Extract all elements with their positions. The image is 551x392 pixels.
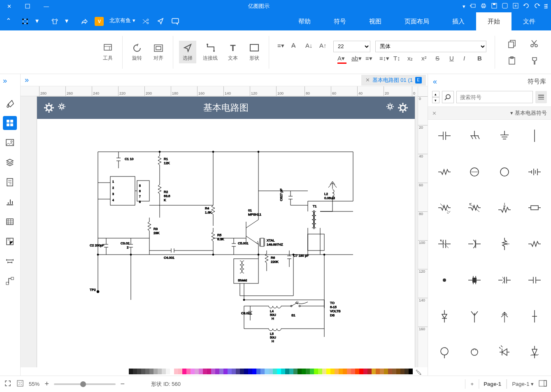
color-swatch[interactable]: [400, 369, 405, 374]
font-family-select[interactable]: 黑体: [375, 41, 486, 52]
color-swatch[interactable]: [392, 369, 396, 374]
text-button[interactable]: T文本: [224, 41, 242, 63]
color-swatch[interactable]: [376, 369, 380, 374]
superscript-icon[interactable]: x²: [421, 55, 430, 64]
copy-button[interactable]: [503, 36, 521, 51]
view-mode-icon[interactable]: [539, 380, 547, 388]
symbol-resistor-box[interactable]: [519, 193, 549, 222]
menu-file[interactable]: 文件: [511, 12, 547, 30]
color-swatch[interactable]: [359, 369, 363, 374]
floorplan-icon[interactable]: [3, 234, 17, 248]
color-swatch[interactable]: [380, 369, 384, 374]
color-swatch[interactable]: [372, 369, 376, 374]
redo-icon[interactable]: [523, 2, 530, 10]
italic-icon[interactable]: I: [463, 55, 472, 64]
symbol-group-header[interactable]: ▾ 基本电器符号 ✕: [428, 107, 551, 120]
color-swatch[interactable]: [178, 369, 182, 374]
color-swatch[interactable]: [326, 369, 330, 374]
color-swatch[interactable]: [330, 369, 335, 374]
color-swatch[interactable]: [195, 369, 199, 374]
symbol-ac-source[interactable]: [460, 158, 490, 186]
symbol-terminal[interactable]: [519, 302, 549, 331]
color-swatch[interactable]: [285, 369, 289, 374]
cursor-icon[interactable]: [156, 17, 165, 26]
color-swatch[interactable]: [149, 369, 153, 374]
symbol-battery[interactable]: [519, 158, 549, 186]
tools-button[interactable]: 工具: [99, 41, 116, 63]
layers-icon[interactable]: [3, 155, 17, 169]
minimize-button[interactable]: —: [37, 0, 56, 12]
color-swatch[interactable]: [145, 369, 149, 374]
color-swatch[interactable]: [166, 369, 170, 374]
symbol-feedthru-cap[interactable]: [460, 266, 490, 295]
color-swatch[interactable]: [133, 369, 137, 374]
color-swatch[interactable]: [339, 369, 343, 374]
color-swatch[interactable]: [232, 369, 236, 374]
color-swatch[interactable]: [265, 369, 269, 374]
color-swatch[interactable]: [277, 369, 281, 374]
doc-tab-close-icon[interactable]: ✕: [365, 77, 370, 83]
symbol-var-cap[interactable]: [430, 230, 460, 258]
collapse-ribbon-icon[interactable]: ⌃: [6, 17, 15, 26]
menu-help[interactable]: 帮助: [287, 12, 322, 30]
maximize-button[interactable]: [19, 0, 37, 12]
color-swatch[interactable]: [318, 369, 322, 374]
color-swatch[interactable]: [228, 369, 232, 374]
zoom-slider[interactable]: [54, 383, 116, 385]
color-swatch[interactable]: [215, 369, 219, 374]
color-swatch[interactable]: [289, 369, 293, 374]
color-swatch[interactable]: [355, 369, 359, 374]
connect-button[interactable]: 连接线: [200, 41, 220, 63]
right-collapse-icon[interactable]: »: [3, 77, 17, 90]
user-name[interactable]: 北京有鱼 ▾: [109, 17, 135, 26]
symbol-wire[interactable]: [519, 121, 549, 150]
clear-format-icon[interactable]: A̶: [291, 42, 300, 51]
symbol-lamp[interactable]: [430, 338, 460, 366]
underline-icon[interactable]: U: [449, 55, 458, 64]
symbol-antenna-whip[interactable]: [490, 302, 520, 331]
color-swatch[interactable]: [182, 369, 186, 374]
color-swatch[interactable]: [162, 369, 166, 374]
menu-layout[interactable]: 页面布局: [393, 12, 441, 30]
zoom-out-button[interactable]: −: [121, 380, 125, 388]
symbol-rheostat[interactable]: [490, 230, 520, 258]
symbol-zener[interactable]: [519, 338, 549, 366]
symbol-varactor[interactable]: [490, 266, 520, 295]
tshirt-dropdown-icon[interactable]: ▾: [65, 17, 74, 26]
color-swatch[interactable]: [236, 369, 240, 374]
undo-icon[interactable]: [534, 2, 540, 10]
color-swatch[interactable]: [273, 369, 277, 374]
sidebar-collapse-icon[interactable]: «: [433, 77, 437, 86]
color-swatch[interactable]: [260, 369, 265, 374]
color-swatch[interactable]: [302, 369, 306, 374]
print-icon[interactable]: [480, 2, 487, 10]
highlight-icon[interactable]: ab▾: [351, 55, 360, 64]
color-swatch[interactable]: [174, 369, 178, 374]
page-tab-1[interactable]: Page-1: [479, 379, 507, 389]
color-swatch[interactable]: [153, 369, 158, 374]
doc-tabs-collapse-icon[interactable]: »: [21, 76, 33, 84]
color-swatch[interactable]: [203, 369, 207, 374]
color-swatch[interactable]: [281, 369, 285, 374]
fill-icon[interactable]: [3, 96, 17, 110]
group-close-icon[interactable]: ✕: [432, 110, 437, 116]
fullscreen-icon[interactable]: [4, 380, 12, 388]
symbol-photo-diode[interactable]: [460, 338, 490, 366]
color-swatch[interactable]: [298, 369, 302, 374]
line-height-icon[interactable]: ≡↕▾: [379, 55, 388, 64]
color-swatch[interactable]: [405, 369, 409, 374]
font-color-icon[interactable]: A▾: [337, 55, 346, 64]
shape-button[interactable]: 形状: [246, 41, 263, 63]
cut-button[interactable]: [525, 36, 543, 51]
color-swatch[interactable]: [396, 369, 400, 374]
align-text-icon[interactable]: ≡▾: [365, 55, 374, 64]
fit-page-icon[interactable]: [16, 380, 24, 388]
color-swatch[interactable]: [137, 369, 141, 374]
qat-dropdown-icon[interactable]: ▾: [463, 3, 465, 9]
color-swatch[interactable]: [388, 369, 392, 374]
color-swatch[interactable]: [314, 369, 318, 374]
close-button[interactable]: ✕: [0, 0, 19, 12]
color-swatch[interactable]: [141, 369, 145, 374]
color-swatch[interactable]: [347, 369, 351, 374]
symbol-source[interactable]: [490, 158, 520, 186]
